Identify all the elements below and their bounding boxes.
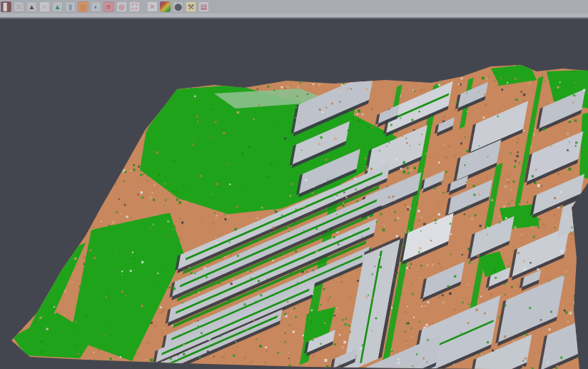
open-file-icon[interactable]: ▋ xyxy=(1,1,11,12)
classification-map-icon[interactable] xyxy=(160,1,171,12)
contour-lines-icon[interactable]: ≈ xyxy=(39,1,50,12)
ortho-tile-icon[interactable]: ▦ xyxy=(78,1,88,12)
app-window: ▋⁙▲≈▲▮▦◐≡◎⛶✕⬤⚒▤ xyxy=(0,0,588,369)
target-circle-icon[interactable]: ◎ xyxy=(116,1,127,12)
profile-column-icon[interactable]: ▮ xyxy=(65,1,76,12)
scatter-points-icon[interactable]: ⁙ xyxy=(14,1,24,12)
mountain-green-icon[interactable]: ▲ xyxy=(52,1,63,12)
main-toolbar: ▋⁙▲≈▲▮▦◐≡◎⛶✕⬤⚒▤ xyxy=(0,0,588,14)
crop-frame-icon[interactable]: ⛶ xyxy=(129,1,140,12)
mountain-dark-icon[interactable]: ▲ xyxy=(26,1,37,12)
legend-table-icon[interactable]: ≡ xyxy=(103,1,114,12)
flag-red-icon[interactable]: ▤ xyxy=(198,1,209,12)
viewport-svg[interactable] xyxy=(0,19,588,369)
clear-cross-icon[interactable]: ✕ xyxy=(147,1,158,12)
hammer-tool-icon[interactable]: ⚒ xyxy=(186,1,196,12)
camera-icon[interactable]: ⬤ xyxy=(173,1,183,12)
globe-icon[interactable]: ◐ xyxy=(91,1,101,12)
